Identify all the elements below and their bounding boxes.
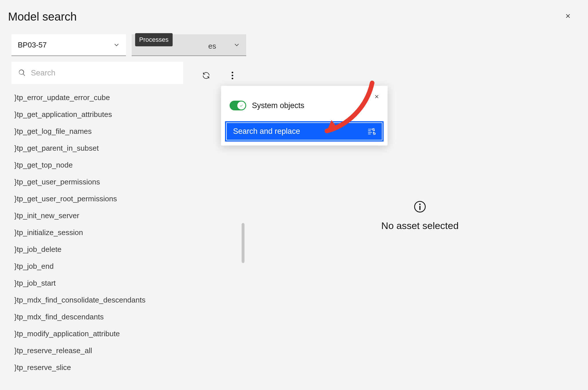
detail-pane: No asset selected (252, 0, 588, 390)
list-item[interactable]: }tp_job_delete (11, 241, 238, 258)
list-item[interactable]: }tp_get_user_permissions (11, 174, 238, 190)
empty-state-message: No asset selected (381, 220, 459, 231)
object-type-tooltip: Processes (135, 33, 173, 46)
list-item[interactable]: }tp_initialize_session (11, 224, 238, 241)
svg-point-0 (232, 72, 233, 73)
list-item[interactable]: }tp_mdx_find_descendants (11, 309, 238, 325)
list-item[interactable]: }tp_job_start (11, 275, 238, 292)
chevron-down-icon (234, 42, 240, 48)
search-and-replace-button[interactable]: Search and replace (225, 121, 384, 142)
search-box[interactable] (11, 62, 183, 84)
refresh-icon (202, 71, 210, 79)
scrollbar-thumb[interactable] (242, 223, 244, 263)
close-icon (374, 93, 380, 100)
list-item[interactable]: }tp_reserve_release_all (11, 342, 238, 359)
object-type-partial-label: es (208, 42, 216, 51)
svg-point-4 (419, 204, 421, 205)
list-item[interactable]: }tp_get_user_root_permissions (11, 190, 238, 207)
list-item[interactable]: }tp_get_log_file_names (11, 123, 238, 140)
list-item[interactable]: }tp_get_top_node (11, 157, 238, 174)
list-item[interactable]: }tp_get_parent_in_subset (11, 140, 238, 157)
list-item[interactable]: }tp_mdx_find_consolidate_descendants (11, 292, 238, 309)
list-item[interactable]: }tp_job_end (11, 258, 238, 275)
database-dropdown[interactable]: BP03-57 (11, 34, 126, 56)
database-dropdown-label: BP03-57 (18, 41, 47, 49)
search-replace-icon (367, 127, 376, 136)
system-objects-toggle[interactable] (230, 101, 246, 110)
refresh-button[interactable] (198, 67, 215, 84)
object-type-dropdown[interactable]: es Processes (132, 34, 246, 56)
svg-point-2 (232, 78, 233, 79)
checkmark-icon (239, 103, 244, 108)
svg-point-1 (232, 75, 233, 76)
system-objects-label: System objects (252, 101, 304, 110)
process-list: }tp_error_update_error_cube}tp_get_appli… (11, 89, 238, 381)
page-title: Model search (8, 10, 77, 23)
list-item[interactable]: }tp_modify_application_attribute (11, 325, 238, 342)
search-input[interactable] (30, 68, 176, 78)
list-item[interactable]: }tp_get_application_attributes (11, 106, 238, 123)
list-item[interactable]: }tp_init_new_server (11, 207, 238, 224)
menu-close-button[interactable] (371, 91, 382, 102)
overflow-menu: System objects Search and replace (221, 86, 388, 146)
info-icon (381, 200, 459, 214)
svg-rect-5 (419, 206, 421, 210)
search-icon (18, 69, 26, 77)
kebab-icon (231, 71, 234, 79)
list-item[interactable]: }tp_error_update_error_cube (11, 89, 238, 106)
chevron-down-icon (113, 42, 120, 48)
overflow-menu-button[interactable] (224, 67, 241, 84)
list-item[interactable]: }tp_reserve_slice (11, 359, 238, 376)
search-and-replace-label: Search and replace (233, 127, 300, 136)
